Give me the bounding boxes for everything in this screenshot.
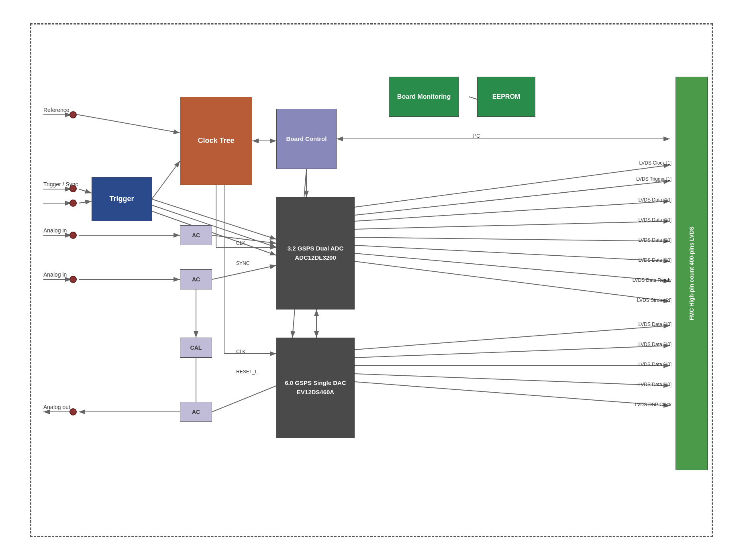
cal-block: CAL	[180, 338, 212, 358]
analog-in2-label: Analog in	[43, 271, 67, 278]
lvds-data3-label: LVDS Data [10]	[639, 237, 672, 243]
svg-line-46	[355, 374, 670, 386]
dac-block: 6.0 GSPS Single DAC EV12DS460A	[276, 338, 355, 438]
clk-adc-label: CLK	[236, 240, 245, 246]
clock-tree-block: Clock Tree	[180, 97, 252, 185]
connection-lines	[31, 24, 712, 536]
eeprom-block: EEPROM	[477, 77, 535, 117]
lvds-data5-label: LVDS Data [10]	[639, 322, 672, 327]
lvds-clock-label: LVDS Clock [1]	[639, 160, 672, 166]
reference-label: Reference	[43, 107, 69, 113]
lvds-data8-label: LVDS Data [10]	[639, 382, 672, 387]
ac1-block: AC	[180, 225, 212, 245]
svg-line-23	[212, 386, 276, 412]
svg-line-4	[79, 115, 180, 133]
svg-line-44	[355, 346, 670, 358]
trigger-sync-connector2	[69, 200, 77, 207]
lvds-data6-label: LVDS Data [10]	[639, 342, 672, 347]
analog-out-label: Analog out	[43, 404, 70, 410]
lvds-strobe-label: LVDS Strobe [4]	[637, 297, 672, 303]
lvds-data7-label: LVDS Data [10]	[639, 362, 672, 367]
svg-line-18	[212, 265, 276, 279]
ac2-block: AC	[180, 269, 212, 289]
analog-in2-connector	[69, 276, 77, 283]
svg-line-41	[355, 253, 670, 281]
trigger-sync-connector1	[69, 185, 77, 192]
clk-dac-label: CLK	[236, 349, 245, 354]
lvds-data1-label: LVDS Data [10]	[639, 197, 672, 203]
i2c-label: I²C	[473, 133, 480, 139]
svg-line-9	[152, 161, 180, 199]
svg-line-38	[355, 221, 670, 229]
lvds-data-ready-label: LVDS Data Ready	[633, 277, 672, 283]
svg-line-40	[355, 245, 670, 261]
adc-block: 3.2 GSPS Dual ADC ADC12DL3200	[276, 197, 355, 310]
analog-out-connector	[69, 408, 77, 415]
fmc-block: FMC High-pin count 400-pins LVDS	[676, 77, 708, 470]
board-monitoring-block: Board Monitoring	[389, 77, 459, 117]
svg-line-6	[79, 189, 92, 193]
svg-line-42	[355, 261, 670, 301]
svg-line-8	[79, 201, 92, 203]
lvds-dsp-clock-label: LVDS DSP Clock	[635, 402, 672, 407]
svg-line-36	[355, 181, 670, 215]
sync-label: SYNC	[236, 261, 249, 266]
reset-l-label: RESET_L	[236, 369, 257, 375]
trigger-block: Trigger	[92, 177, 152, 221]
svg-line-12	[152, 211, 276, 255]
svg-line-35	[355, 165, 670, 207]
svg-line-43	[355, 326, 670, 350]
diagram-container: Reference Trigger / Sync Analog in Analo…	[30, 23, 713, 537]
ac3-block: AC	[180, 402, 212, 422]
svg-line-11	[152, 205, 276, 247]
board-control-block: Board Control	[276, 109, 337, 169]
svg-line-47	[355, 382, 670, 406]
analog-in1-connector	[69, 232, 77, 239]
svg-line-10	[152, 199, 276, 239]
lvds-data4-label: LVDS Data [10]	[639, 257, 672, 263]
lvds-trigger-label: LVDS Trigger [1]	[636, 176, 672, 182]
svg-line-37	[355, 201, 670, 221]
analog-in1-label: Analog in	[43, 227, 67, 234]
reference-connector	[69, 111, 77, 118]
lvds-data2-label: LVDS Data [10]	[639, 217, 672, 223]
svg-line-39	[355, 237, 670, 241]
